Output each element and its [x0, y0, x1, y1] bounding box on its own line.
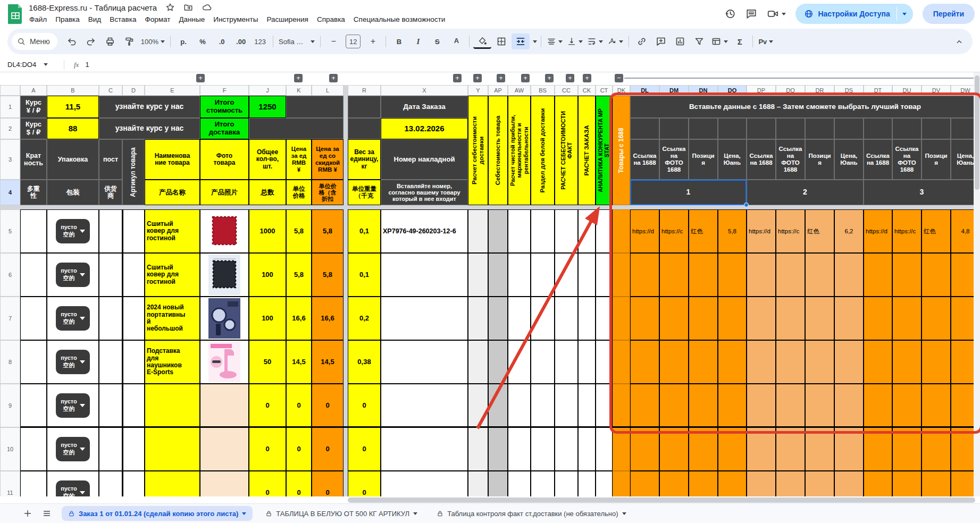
column-header-DR[interactable]: DR [805, 85, 834, 96]
cell-AP1[interactable]: Себестоимость товара [488, 96, 508, 205]
cell-X7[interactable] [381, 297, 468, 340]
cell-DR9[interactable] [805, 384, 834, 427]
cell-DR5[interactable]: 红色 [805, 209, 834, 253]
cell-CC10[interactable] [555, 427, 578, 471]
cell-DK1[interactable]: Товары с 1688 [613, 96, 630, 205]
cell-F6[interactable] [200, 253, 249, 297]
more-formats-button[interactable]: 123 [251, 33, 269, 49]
paint-format-icon[interactable] [120, 33, 138, 49]
column-header-DS[interactable]: DS [834, 85, 864, 96]
cell-CK7[interactable] [578, 297, 596, 340]
cell-DT8[interactable] [864, 340, 892, 384]
cell-DQ3[interactable]: Ссылка на ФОТО 1688 [776, 139, 805, 180]
row-header-9[interactable]: 9 [0, 384, 20, 427]
cell-B5[interactable]: пусто 空的 [47, 209, 99, 253]
cell-D6[interactable] [122, 253, 145, 297]
cell-C7[interactable] [99, 297, 122, 340]
cell-CC11[interactable] [555, 471, 578, 496]
cell-A11[interactable] [20, 471, 47, 496]
cell-R8[interactable]: 0,38 [348, 340, 381, 384]
share-options-caret[interactable] [902, 13, 907, 15]
cell-BS9[interactable] [531, 384, 555, 427]
cell-A7[interactable] [20, 297, 47, 340]
text-color-button[interactable]: A [447, 35, 465, 49]
cell-L6[interactable]: 5,8 [312, 253, 344, 297]
cell-B10[interactable]: пусто 空的 [47, 427, 99, 471]
cell-L8[interactable]: 14,5 [312, 340, 344, 384]
cell-AW11[interactable] [508, 471, 531, 496]
cell-CT11[interactable] [596, 471, 613, 496]
cell-J1[interactable]: 1250 [249, 96, 286, 118]
insert-chart-icon[interactable] [671, 33, 689, 49]
cell-K5[interactable]: 5,8 [286, 209, 312, 253]
cell-R9[interactable]: 0 [348, 384, 381, 427]
insert-comment-icon[interactable] [652, 33, 670, 49]
cell-F11[interactable] [200, 471, 249, 496]
package-dropdown[interactable]: пусто 空的 [56, 263, 90, 287]
insert-link-icon[interactable] [633, 33, 651, 49]
column-header-L[interactable]: L [312, 85, 344, 96]
cell-DN7[interactable] [689, 297, 718, 340]
name-box[interactable]: DL4:DO4 [0, 61, 58, 69]
cell-B3[interactable]: Упаковка [47, 139, 99, 180]
share-button[interactable]: Настройки Доступа [795, 4, 912, 24]
cell-K10[interactable]: 0 [286, 427, 312, 471]
percent-format-button[interactable]: % [194, 33, 212, 49]
cell-CT10[interactable] [596, 427, 613, 471]
cell-DK9[interactable] [613, 384, 630, 427]
cell-K7[interactable]: 16,6 [286, 297, 312, 340]
cell-AW6[interactable] [508, 253, 531, 297]
cell-CK9[interactable] [578, 384, 596, 427]
cell-C10[interactable] [99, 427, 122, 471]
group-expand-button[interactable]: + [521, 74, 530, 82]
filter-icon[interactable] [690, 33, 708, 49]
row-header-4[interactable]: 4 [0, 180, 20, 205]
cell-X8[interactable] [381, 340, 468, 384]
sheet-tab[interactable]: Таблица контроля факт ст.доставки (не об… [430, 506, 632, 521]
present-to-meet-icon[interactable] [767, 8, 786, 20]
column-header-CC[interactable]: CC [555, 85, 578, 96]
cell-DN11[interactable] [689, 471, 718, 496]
cell-DQ9[interactable] [776, 384, 805, 427]
cell-DS11[interactable] [834, 471, 864, 496]
cell-DK8[interactable] [613, 340, 630, 384]
row-header-3[interactable]: 3 [0, 139, 20, 180]
cell-K8[interactable]: 14,5 [286, 340, 312, 384]
cell-E6[interactable]: Сшитый ковер для гостиной [145, 253, 200, 297]
cell-DO8[interactable] [718, 340, 747, 384]
cell-R4[interactable]: 单位重量 （千克 [348, 180, 381, 205]
cell-DV3[interactable]: Позици я [922, 139, 951, 180]
cell-DP3[interactable]: Ссылка на 1688 [747, 139, 776, 180]
cell-L5[interactable]: 5,8 [312, 209, 344, 253]
cell-DK10[interactable] [613, 427, 630, 471]
cell-C3[interactable]: пост [99, 139, 122, 180]
cell-DO10[interactable] [718, 427, 747, 471]
column-header-E[interactable]: E [145, 85, 200, 96]
cell-DQ2[interactable] [776, 118, 805, 139]
cell-CC1[interactable]: РАСЧЕТ СЕБЕСТОИМОСТИ ФАКТ [555, 96, 578, 205]
cell-B1[interactable]: 11,5 [47, 96, 99, 118]
increase-font-size-button[interactable]: + [364, 33, 382, 49]
cell-DP2[interactable] [747, 118, 776, 139]
cell-DS8[interactable] [834, 340, 864, 384]
column-header-DO[interactable]: DO [718, 85, 747, 96]
cell-DO7[interactable] [718, 297, 747, 340]
cell-R11[interactable]: 0 [348, 471, 381, 496]
cell-CK5[interactable] [578, 209, 596, 253]
spreadsheet-grid[interactable]: ABCDEFJKLRXYAPAWBSCCCKCTDKDLDMDNDODPDQDR… [0, 72, 980, 496]
group-expand-button[interactable]: + [294, 74, 303, 82]
comments-icon[interactable] [746, 8, 757, 20]
cell-DT10[interactable] [864, 427, 892, 471]
sheets-logo[interactable] [8, 4, 23, 24]
sheet-tab-menu-caret[interactable] [242, 512, 246, 515]
column-header-DL[interactable]: DL [630, 85, 659, 96]
column-header-F[interactable]: F [200, 85, 249, 96]
cell-C1[interactable]: узнайте курс у нас [99, 96, 200, 118]
cell-DQ6[interactable] [776, 253, 805, 297]
cell-L3[interactable]: Цена за ед со скидкой RMB ¥ [312, 139, 344, 180]
cell-DT6[interactable] [864, 253, 892, 297]
group-expand-button[interactable]: + [545, 74, 554, 82]
cell-AP11[interactable] [488, 471, 508, 496]
cell-J11[interactable]: 0 [249, 471, 286, 496]
cell-J4[interactable]: 总数 [249, 180, 286, 205]
